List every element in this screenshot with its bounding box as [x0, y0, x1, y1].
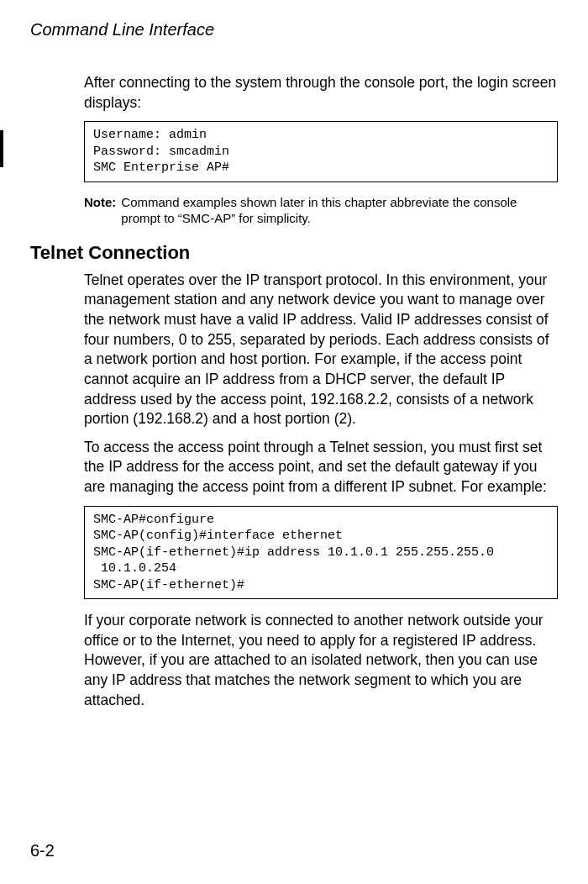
section-heading-telnet: Telnet Connection [30, 242, 558, 264]
intro-paragraph: After connecting to the system through t… [84, 73, 558, 113]
code-block-login: Username: admin Password: smcadmin SMC E… [84, 121, 558, 182]
note-label: Note: [84, 194, 121, 227]
telnet-paragraph-1: Telnet operates over the IP transport pr… [84, 271, 558, 429]
telnet-paragraph-2: To access the access point through a Tel… [84, 438, 558, 497]
code-block-configure: SMC-AP#configure SMC-AP(config)#interfac… [84, 506, 558, 600]
note-block: Note: Command examples shown later in th… [84, 194, 558, 227]
change-bar [0, 130, 3, 167]
telnet-paragraph-3: If your corporate network is connected t… [84, 611, 558, 710]
page-number: 6-2 [30, 841, 55, 860]
note-text: Command examples shown later in this cha… [121, 194, 558, 227]
page-header: Command Line Interface [30, 20, 558, 39]
